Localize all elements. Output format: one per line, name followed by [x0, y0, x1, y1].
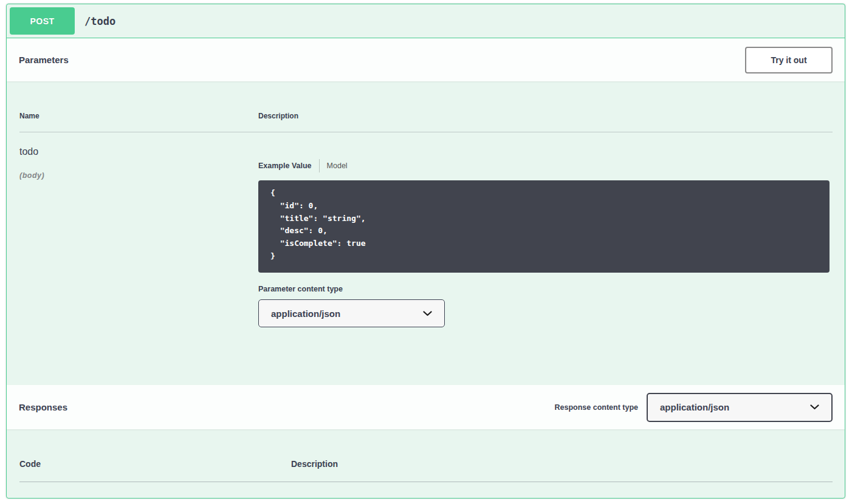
tab-divider: [319, 159, 320, 172]
parameter-row: todo (body) Example Value Model { "id": …: [19, 132, 833, 327]
tab-model[interactable]: Model: [327, 162, 348, 170]
response-description-column-header: Description: [291, 459, 833, 469]
parameters-section-header: Parameters Try it out: [7, 38, 845, 81]
parameter-description-cell: Example Value Model { "id": 0, "title": …: [258, 132, 833, 327]
parameter-name: todo: [19, 146, 258, 157]
parameters-body: Name Description todo (body) Example Val…: [7, 81, 845, 385]
response-content-type-group: Response content type application/json: [554, 393, 833, 422]
parameter-content-type-label: Parameter content type: [258, 285, 833, 293]
endpoint-path: /todo: [84, 15, 115, 27]
response-content-type-select[interactable]: application/json: [647, 393, 833, 422]
example-value-code: { "id": 0, "title": "string", "desc": 0,…: [258, 180, 830, 273]
operation-summary[interactable]: POST /todo: [7, 4, 845, 38]
responses-body: Code Description: [7, 429, 845, 498]
response-content-type-label: Response content type: [554, 403, 638, 412]
model-example-tabs: Example Value Model: [258, 160, 833, 171]
chevron-down-icon: [423, 311, 432, 316]
parameter-name-cell: todo (body): [19, 132, 258, 327]
name-column-header: Name: [19, 112, 258, 120]
tab-example-value[interactable]: Example Value: [258, 162, 312, 170]
responses-section-header: Responses Response content type applicat…: [7, 385, 845, 429]
response-content-type-value: application/json: [660, 402, 729, 412]
responses-table-header: Code Description: [19, 459, 833, 482]
description-column-header: Description: [258, 112, 833, 120]
operation-panel: POST /todo Parameters Try it out Name De…: [6, 4, 845, 499]
code-column-header: Code: [19, 459, 291, 469]
parameters-title: Parameters: [19, 55, 69, 65]
parameter-location: (body): [19, 171, 258, 180]
http-method-badge: POST: [10, 7, 75, 35]
parameter-content-type-select[interactable]: application/json: [258, 299, 445, 327]
chevron-down-icon: [810, 404, 819, 410]
try-it-out-button[interactable]: Try it out: [745, 47, 833, 73]
responses-title: Responses: [19, 402, 67, 412]
parameter-content-type-value: application/json: [271, 308, 340, 319]
parameters-table-header: Name Description: [19, 112, 833, 132]
